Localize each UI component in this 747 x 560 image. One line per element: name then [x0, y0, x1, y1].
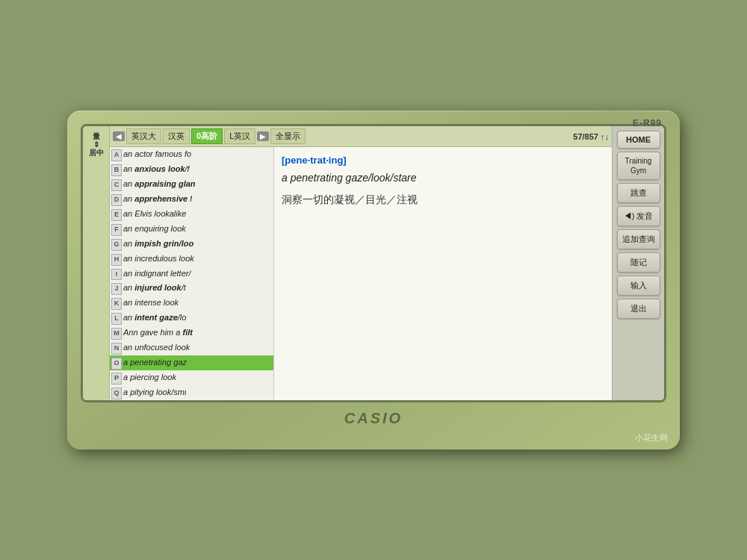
main-panels: A an actor famous fo B an anxious look/f… — [110, 147, 612, 400]
list-letter: Q — [111, 388, 122, 399]
list-item[interactable]: H an incredulous look — [110, 252, 273, 267]
definition-chinese: 洞察一切的凝视／目光／注视 — [282, 192, 604, 208]
training-button[interactable]: TrainingGym — [617, 152, 660, 180]
list-item-selected[interactable]: O a penetrating gaz — [110, 355, 273, 370]
sound-button[interactable]: ◀) 发音 — [617, 206, 660, 226]
word-list: A an actor famous fo B an anxious look/f… — [110, 147, 274, 400]
list-item[interactable]: B an anxious look/f — [110, 162, 273, 177]
tab-allshow[interactable]: 全显示 — [270, 128, 306, 144]
tab-0kokai[interactable]: 0高阶 — [191, 128, 223, 144]
list-word: Ann gave him a filt — [123, 326, 193, 339]
list-item[interactable]: F an enquiring look — [110, 222, 273, 237]
list-letter: B — [111, 164, 122, 176]
screen-content: ◀ 英汉大 汉英 0高阶 L英汉 ▶ 全显示 57/857 ↑↓ A an a — [110, 126, 612, 400]
list-word: an unfocused look — [123, 341, 190, 354]
list-letter: I — [111, 269, 122, 281]
list-item[interactable]: D an apprehensive f — [110, 192, 273, 207]
list-word: a penetrating gaz — [123, 356, 187, 369]
list-letter: E — [111, 209, 122, 221]
watermark: 小花生网 — [635, 432, 668, 444]
list-letter: H — [111, 254, 122, 266]
nav-bar: ◀ 英汉大 汉英 0高阶 L英汉 ▶ 全显示 57/857 ↑↓ — [110, 126, 612, 147]
list-letter: L — [111, 313, 122, 325]
tab-leihan[interactable]: L英汉 — [224, 128, 255, 144]
brand-label: CASIO — [81, 410, 666, 427]
list-item[interactable]: L an intent gaze/lo — [110, 311, 273, 326]
list-letter: M — [111, 328, 122, 340]
nav-right-arrow[interactable]: ▶ — [257, 131, 269, 141]
home-button[interactable]: HOME — [617, 131, 660, 149]
list-item[interactable]: Q a pitying look/smi — [110, 385, 273, 400]
list-word: an intense look — [123, 296, 179, 309]
list-word: an injured look/t — [123, 281, 186, 294]
list-word: an indignant letter/ — [123, 267, 191, 280]
list-letter: K — [111, 298, 122, 310]
list-item[interactable]: P a piercing look — [110, 370, 273, 385]
list-word: an intent gaze/lo — [123, 311, 186, 324]
list-word: a pitying look/smi — [123, 386, 186, 399]
phonetic-display: [pene·trat·ing] — [282, 153, 604, 167]
list-item[interactable]: M Ann gave him a filt — [110, 326, 273, 340]
list-letter: J — [111, 283, 122, 295]
list-item[interactable]: C an appraising glan — [110, 177, 273, 192]
device-body: E-R99 量⇕居中 ◀ 英汉大 汉英 0高阶 L英汉 ▶ 全显示 57/857… — [67, 111, 680, 449]
list-word: an incredulous look — [123, 252, 194, 265]
list-item[interactable]: J an injured look/t — [110, 281, 273, 296]
model-label: E-R99 — [633, 118, 662, 128]
jump-button[interactable]: 跳查 — [617, 183, 660, 203]
left-sidebar: 量⇕居中 — [83, 126, 110, 400]
add-search-button[interactable]: 追加查询 — [617, 229, 660, 249]
list-word: an apprehensive f — [123, 193, 192, 205]
list-letter: O — [111, 358, 122, 370]
list-item[interactable]: N an unfocused look — [110, 340, 273, 355]
list-item[interactable]: E an Elvis lookalike — [110, 207, 273, 222]
input-button[interactable]: 输入 — [617, 276, 660, 296]
list-letter: N — [111, 343, 122, 355]
memo-button[interactable]: 随记 — [617, 252, 660, 273]
list-word: an enquiring look — [123, 223, 186, 235]
exit-button[interactable]: 退出 — [617, 299, 660, 319]
list-item[interactable]: K an intense look — [110, 296, 273, 311]
tab-eihanda[interactable]: 英汉大 — [126, 128, 161, 144]
list-word: an Elvis lookalike — [123, 208, 186, 220]
list-letter: P — [111, 373, 122, 385]
page-count: 57/857 ↑↓ — [573, 132, 609, 141]
list-letter: G — [111, 239, 122, 251]
right-button-panel: HOME TrainingGym 跳查 ◀) 发音 追加查询 随记 输入 退出 — [612, 126, 664, 400]
definition-panel: [pene·trat·ing] a penetrating gaze/look/… — [274, 147, 612, 400]
nav-left-arrow[interactable]: ◀ — [113, 131, 125, 141]
list-word: an appraising glan — [123, 178, 196, 190]
list-letter: A — [111, 149, 122, 161]
list-word: an anxious look/f — [123, 163, 190, 175]
list-item[interactable]: I an indignant letter/ — [110, 267, 273, 281]
list-letter: D — [111, 194, 122, 206]
tab-hane[interactable]: 汉英 — [163, 128, 190, 144]
list-item[interactable]: A an actor famous fo — [110, 147, 273, 162]
list-word: a piercing look — [123, 371, 176, 384]
definition-english: a penetrating gaze/look/stare — [282, 171, 604, 186]
list-word: an actor famous fo — [123, 148, 191, 161]
list-letter: C — [111, 179, 122, 191]
list-letter: F — [111, 224, 122, 236]
screen: 量⇕居中 ◀ 英汉大 汉英 0高阶 L英汉 ▶ 全显示 57/857 ↑↓ — [81, 124, 666, 402]
list-word: an impish grin/loo — [123, 237, 193, 250]
layout-icon: 量⇕居中 — [89, 132, 104, 157]
phonetic-text: [pene·trat·ing] — [282, 155, 347, 166]
list-item[interactable]: G an impish grin/loo — [110, 237, 273, 252]
